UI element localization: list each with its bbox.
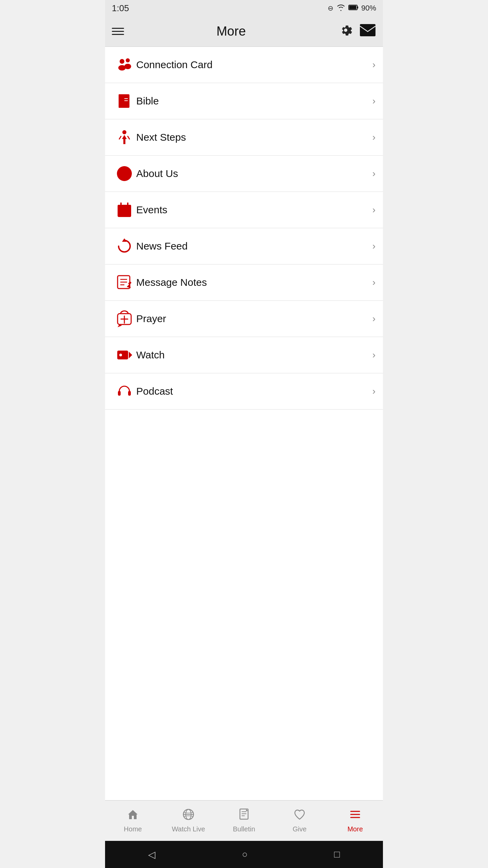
svg-rect-18 (123, 173, 126, 178)
give-tab-icon (293, 808, 306, 823)
svg-rect-10 (119, 94, 121, 108)
about-us-label: About Us (136, 168, 372, 179)
menu-item-next-steps[interactable]: Next Steps › (105, 119, 383, 156)
podcast-chevron: › (372, 386, 375, 397)
menu-item-prayer[interactable]: Prayer › (105, 301, 383, 337)
more-tab-label: More (347, 825, 363, 833)
mail-icon[interactable] (359, 23, 376, 40)
svg-rect-42 (128, 391, 131, 396)
svg-point-17 (123, 170, 126, 172)
home-button[interactable]: ○ (242, 849, 248, 860)
events-chevron: › (372, 204, 375, 215)
system-nav-bar: ◁ ○ □ (105, 841, 383, 868)
more-tab-icon (349, 808, 361, 823)
about-us-chevron: › (372, 168, 375, 179)
give-tab-label: Give (292, 825, 306, 833)
svg-rect-2 (349, 5, 356, 9)
svg-point-8 (124, 64, 131, 69)
home-tab-icon (127, 808, 139, 823)
hamburger-line-1 (112, 28, 124, 29)
wifi-icon (336, 4, 346, 13)
tab-watch-live[interactable]: Watch Live (161, 801, 216, 841)
news-feed-chevron: › (372, 241, 375, 252)
status-bar: 1:05 ⊖ 90% (105, 0, 383, 16)
menu-item-watch[interactable]: Watch › (105, 337, 383, 373)
message-notes-label: Message Notes (136, 277, 372, 288)
svg-rect-26 (126, 211, 129, 213)
svg-point-13 (122, 130, 126, 134)
menu-item-bible[interactable]: Bible › (105, 83, 383, 119)
watch-label: Watch (136, 349, 372, 361)
events-label: Events (136, 204, 372, 216)
svg-rect-28 (123, 214, 126, 215)
svg-point-40 (119, 354, 122, 356)
svg-marker-39 (129, 352, 132, 358)
settings-icon[interactable] (338, 23, 353, 40)
news-feed-icon (113, 238, 136, 255)
svg-point-7 (126, 58, 130, 62)
svg-rect-1 (357, 6, 358, 8)
next-steps-label: Next Steps (136, 132, 372, 143)
tab-give[interactable]: Give (272, 801, 327, 841)
hamburger-button[interactable] (112, 28, 124, 35)
menu-item-message-notes[interactable]: Message Notes › (105, 264, 383, 301)
bible-chevron: › (372, 96, 375, 106)
svg-rect-27 (120, 214, 122, 215)
menu-list: Connection Card › Bible › Next Steps › (105, 47, 383, 800)
menu-item-about-us[interactable]: About Us › (105, 156, 383, 192)
svg-rect-4 (360, 24, 375, 36)
svg-rect-24 (120, 211, 122, 213)
svg-line-14 (119, 136, 121, 139)
bulletin-tab-label: Bulletin (233, 825, 255, 833)
watch-chevron: › (372, 350, 375, 360)
recents-button[interactable]: □ (334, 849, 340, 860)
podcast-icon (113, 383, 136, 400)
home-tab-label: Home (124, 825, 142, 833)
svg-line-15 (128, 136, 129, 139)
connection-card-chevron: › (372, 59, 375, 70)
bulletin-tab-icon (238, 808, 250, 823)
prayer-label: Prayer (136, 313, 372, 324)
next-steps-chevron: › (372, 132, 375, 143)
menu-item-connection-card[interactable]: Connection Card › (105, 47, 383, 83)
status-time: 1:05 (112, 3, 129, 14)
events-icon (113, 201, 136, 218)
menu-item-events[interactable]: Events › (105, 192, 383, 228)
hamburger-line-2 (112, 31, 124, 32)
bible-label: Bible (136, 95, 372, 107)
svg-rect-41 (118, 391, 121, 396)
svg-rect-25 (123, 211, 126, 213)
connection-card-icon (113, 56, 136, 73)
menu-item-podcast[interactable]: Podcast › (105, 373, 383, 410)
svg-point-5 (120, 59, 124, 64)
tab-bulletin[interactable]: Bulletin (216, 801, 272, 841)
about-us-icon (113, 165, 136, 182)
watch-live-tab-label: Watch Live (172, 825, 205, 833)
watch-live-tab-icon (182, 808, 195, 823)
connection-card-label: Connection Card (136, 59, 372, 71)
battery-icon (348, 4, 359, 12)
menu-item-news-feed[interactable]: News Feed › (105, 228, 383, 264)
status-icons: ⊖ 90% (328, 4, 376, 13)
battery-percent: 90% (361, 4, 376, 13)
podcast-label: Podcast (136, 386, 372, 397)
page-title: More (217, 24, 246, 39)
svg-point-3 (344, 28, 347, 32)
next-steps-icon (113, 129, 136, 146)
prayer-icon (113, 310, 136, 327)
prayer-chevron: › (372, 313, 375, 324)
message-notes-icon (113, 274, 136, 291)
hamburger-line-3 (112, 34, 124, 35)
back-button[interactable]: ◁ (148, 849, 156, 860)
bible-icon (113, 93, 136, 110)
tab-home[interactable]: Home (105, 801, 161, 841)
tab-more[interactable]: More (327, 801, 383, 841)
nav-actions (338, 23, 376, 40)
svg-rect-38 (117, 351, 128, 359)
top-nav: More (105, 16, 383, 47)
bottom-tab-bar: Home Watch Live Bulletin (105, 800, 383, 841)
news-feed-label: News Feed (136, 240, 372, 252)
message-notes-chevron: › (372, 277, 375, 288)
watch-icon (113, 347, 136, 363)
dnd-icon: ⊖ (328, 4, 333, 12)
